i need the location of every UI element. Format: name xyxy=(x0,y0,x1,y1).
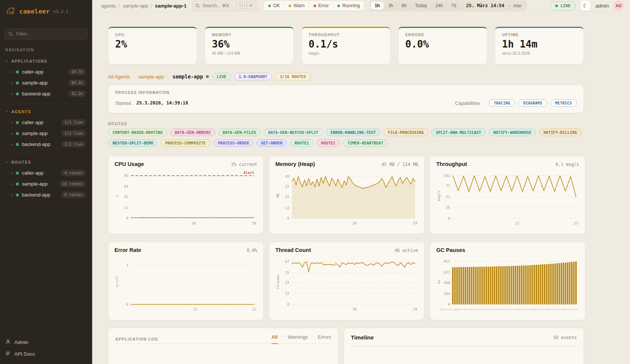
sidebar-item-agents-backend-app[interactable]: ▸backend-app1/1 live xyxy=(4,139,88,150)
search-input[interactable]: Search... ⌘K Ctrl+K xyxy=(192,1,258,11)
route-tag-get-order[interactable]: GET-ORDER xyxy=(256,139,287,147)
time-range-24h[interactable]: 24h xyxy=(432,2,447,10)
status-dot-icon xyxy=(16,92,19,95)
metric-sub: msg/s xyxy=(309,51,383,55)
metric-value: 1h 14m xyxy=(502,38,577,50)
route-tag-route1[interactable]: ROUTE1 xyxy=(290,139,313,147)
item-badge: 1/1 live xyxy=(61,141,86,147)
navigation-label: NAVIGATION xyxy=(0,41,92,54)
item-label: backend-app xyxy=(22,141,58,147)
avatar[interactable]: AD xyxy=(613,0,624,11)
agent-badge-1-0-snapshot[interactable]: 1.0-SNAPSHOT xyxy=(234,73,272,80)
theme-toggle-button[interactable]: ☾ xyxy=(580,0,591,11)
route-tag-file-processing[interactable]: FILE-PROCESSING xyxy=(383,129,428,136)
time-range-1h[interactable]: 1h xyxy=(371,2,384,10)
status-dot-icon xyxy=(16,194,19,197)
sidebar-footer: AdminAPI Docs xyxy=(0,335,92,364)
agent-link-sample-app[interactable]: sample-app xyxy=(138,74,164,80)
chevron-right-icon: ▸ xyxy=(11,121,13,124)
metric-value: 2% xyxy=(115,38,190,50)
metric-card-errors: ERRORS0.0% xyxy=(398,27,487,65)
route-tag-notify-billing[interactable]: NOTIFY-BILLING xyxy=(539,129,582,136)
svg-text:49: 49 xyxy=(285,174,290,178)
timeline-title: Timeline xyxy=(351,334,374,341)
route-tag-content-based-routing[interactable]: CONTENT-BASED-ROUTING xyxy=(108,129,167,136)
route-tag-timer-heartbeat[interactable]: TIMER-HEARTBEAT xyxy=(343,139,388,147)
brand[interactable]: cameleer v3.2.1 xyxy=(0,0,92,22)
item-label: caller-app xyxy=(22,170,58,176)
section-header-agents[interactable]: ▾AGENTS xyxy=(4,108,88,117)
agent-current: sample-app xyxy=(172,74,208,80)
svg-text:err/h: err/h xyxy=(115,276,119,287)
route-tag-notify-warehouse[interactable]: NOTIFY-WAREHOUSE xyxy=(489,129,536,136)
status-filter-label: Running xyxy=(342,3,360,8)
svg-text:51: 51 xyxy=(446,195,451,199)
route-tag-route2[interactable]: ROUTE2 xyxy=(317,139,340,147)
time-range-6h[interactable]: 6h xyxy=(398,2,410,10)
log-tab-errors[interactable]: Errors xyxy=(318,334,331,344)
agent-link-all-agents[interactable]: All Agents xyxy=(108,74,130,80)
status-dot-icon xyxy=(16,71,19,74)
log-tab-warnings[interactable]: Warnings xyxy=(287,334,308,344)
log-tabs: AllWarningsErrors xyxy=(272,334,331,344)
route-tag-error-handling-test[interactable]: ERROR-HANDLING-TEST xyxy=(326,129,380,136)
section-header-routes[interactable]: ▾ROUTES xyxy=(4,158,88,167)
route-tag-data-gen-nested-split[interactable]: DATA-GEN-NESTED-SPLIT xyxy=(264,129,323,136)
status-filter-error[interactable]: Error xyxy=(309,1,334,11)
brand-name: cameleer xyxy=(19,8,50,15)
breadcrumb-sample-app[interactable]: sample-app xyxy=(123,3,148,9)
chart-card-error-rate: Error Rate0.0%101223err/h xyxy=(108,242,264,320)
agent-badge-3-16-routes[interactable]: 3/16 ROUTES xyxy=(275,73,311,80)
chart-plot-error-rate: 101223err/h xyxy=(114,255,257,312)
metric-label: CPU xyxy=(115,33,190,37)
metric-sub: 45 MB / 124 MB xyxy=(212,51,287,55)
search-icon xyxy=(8,32,13,36)
time-range-today[interactable]: Today xyxy=(411,2,431,10)
route-tag-process-order[interactable]: PROCESS-ORDER xyxy=(213,139,253,147)
svg-text:204: 204 xyxy=(444,292,450,296)
status-filter-running[interactable]: Running xyxy=(333,1,364,11)
chart-title: Memory (Heap) xyxy=(275,161,315,167)
route-tag-data-gen-orders[interactable]: DATA-GEN-ORDERS xyxy=(170,129,215,136)
sidebar-item-applications-sample-app[interactable]: ▸sample-app84.1k xyxy=(4,77,88,88)
agent-live-dot-icon xyxy=(206,75,209,78)
svg-text:35: 35 xyxy=(285,270,289,275)
log-tab-all[interactable]: All xyxy=(272,334,278,344)
sidebar-item-applications-backend-app[interactable]: ▸backend-app32.2k xyxy=(4,88,88,99)
route-tag-split-and-multicast[interactable]: SPLIT-AND-MULTICAST xyxy=(431,129,486,136)
sidebar-item-applications-caller-app[interactable]: ▸caller-app10.7k xyxy=(4,66,88,77)
route-tag-data-gen-files[interactable]: DATA-GEN-FILES xyxy=(218,129,261,136)
section-title: ROUTES xyxy=(11,160,31,164)
chart-plot-thread-count: 4735241203059threads xyxy=(275,255,418,312)
status-filter-ok[interactable]: OK xyxy=(264,1,284,11)
agent-badge-live[interactable]: LIVE xyxy=(212,73,231,80)
sidebar-footer-admin[interactable]: Admin xyxy=(5,339,87,346)
sidebar-footer-api-docs[interactable]: API Docs xyxy=(5,351,87,357)
section-header-applications[interactable]: ▾APPLICATIONS xyxy=(4,57,88,66)
sidebar-item-routes-caller-app[interactable]: ▸caller-app4 routes xyxy=(4,167,88,178)
svg-text:30: 30 xyxy=(352,221,357,225)
search-shortcut-kbd: Ctrl+K xyxy=(237,3,255,9)
status-filter-warn[interactable]: Warn xyxy=(284,1,309,11)
metric-label: UPTIME xyxy=(502,33,577,37)
route-tag-nested-split-demo[interactable]: NESTED-SPLIT-DEMO xyxy=(108,139,158,147)
status-dot-icon xyxy=(16,132,19,135)
item-badge: 10.7k xyxy=(68,69,86,75)
breadcrumb-agents[interactable]: agents xyxy=(101,3,116,9)
status-filter-label: OK xyxy=(273,3,280,8)
filter-input[interactable] xyxy=(5,28,88,40)
time-range-7d[interactable]: 7d xyxy=(448,2,460,10)
breadcrumb-separator: / xyxy=(151,3,153,9)
chart-head: Memory (Heap)45 MB / 124 MB xyxy=(275,161,418,167)
sidebar-item-routes-backend-app[interactable]: ▸backend-app6 routes xyxy=(4,189,88,200)
route-tag-process-composite[interactable]: PROCESS-COMPOSITE xyxy=(161,139,210,147)
status-dot-icon xyxy=(289,5,291,7)
chevron-right-icon: ▸ xyxy=(11,193,13,197)
time-range-3h[interactable]: 3h xyxy=(384,2,397,10)
sidebar-item-agents-caller-app[interactable]: ▸caller-app1/1 live xyxy=(4,117,88,128)
chevron-right-icon: ▸ xyxy=(11,143,13,146)
sidebar-item-routes-sample-app[interactable]: ▸sample-app16 routes xyxy=(4,178,88,189)
live-toggle[interactable]: LIVE xyxy=(551,1,575,11)
svg-text:ms: ms xyxy=(437,280,441,284)
sidebar-item-agents-sample-app[interactable]: ▸sample-app1/1 live xyxy=(4,128,88,139)
